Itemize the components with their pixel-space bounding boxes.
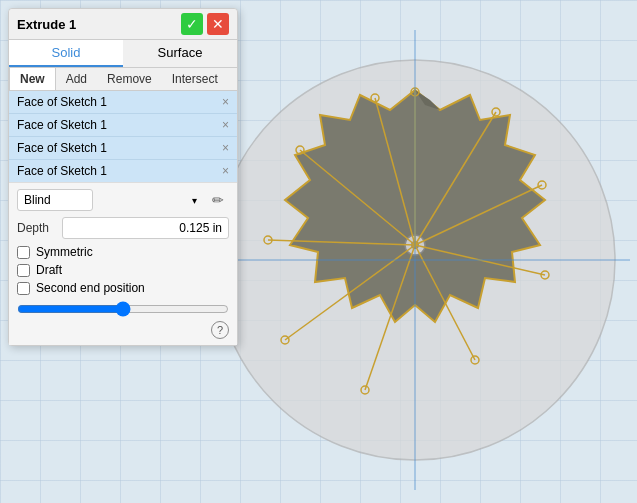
blind-select-wrapper: Blind Symmetric Through All Up to Face [17, 189, 203, 211]
face-list: Face of Sketch 1 × Face of Sketch 1 × Fa… [9, 91, 237, 183]
face-label-2: Face of Sketch 1 [17, 141, 107, 155]
draft-label: Draft [36, 263, 62, 277]
edit-icon[interactable]: ✏ [207, 189, 229, 211]
slider-input[interactable] [17, 301, 229, 317]
face-item-1[interactable]: Face of Sketch 1 × [9, 114, 237, 137]
confirm-button[interactable]: ✓ [181, 13, 203, 35]
tab-intersect[interactable]: Intersect [162, 68, 228, 90]
face-remove-1[interactable]: × [222, 119, 229, 131]
cancel-button[interactable]: ✕ [207, 13, 229, 35]
tab-new[interactable]: New [9, 68, 56, 90]
symmetric-row: Symmetric [17, 245, 229, 259]
symmetric-checkbox[interactable] [17, 246, 30, 259]
tab-add[interactable]: Add [56, 68, 97, 90]
depth-row: Depth [17, 217, 229, 239]
face-label-1: Face of Sketch 1 [17, 118, 107, 132]
face-label-3: Face of Sketch 1 [17, 164, 107, 178]
draft-row: Draft [17, 263, 229, 277]
draft-checkbox[interactable] [17, 264, 30, 277]
help-icon[interactable]: ? [211, 321, 229, 339]
help-row: ? [17, 321, 229, 339]
depth-input[interactable] [62, 217, 229, 239]
face-item-0[interactable]: Face of Sketch 1 × [9, 91, 237, 114]
options-section: Blind Symmetric Through All Up to Face ✏… [9, 183, 237, 345]
depth-label: Depth [17, 221, 62, 235]
second-end-checkbox[interactable] [17, 282, 30, 295]
extrude-panel: Extrude 1 ✓ ✕ Solid Surface New Add Remo… [8, 8, 238, 346]
title-bar: Extrude 1 ✓ ✕ [9, 9, 237, 40]
second-end-label: Second end position [36, 281, 145, 295]
face-remove-2[interactable]: × [222, 142, 229, 154]
panel-title: Extrude 1 [17, 17, 76, 32]
op-tabs: New Add Remove Intersect [9, 68, 237, 91]
tab-surface[interactable]: Surface [123, 40, 237, 67]
blind-row: Blind Symmetric Through All Up to Face ✏ [17, 189, 229, 211]
blind-select[interactable]: Blind Symmetric Through All Up to Face [17, 189, 93, 211]
slider-row [17, 301, 229, 317]
second-end-row: Second end position [17, 281, 229, 295]
face-remove-3[interactable]: × [222, 165, 229, 177]
face-item-3[interactable]: Face of Sketch 1 × [9, 160, 237, 182]
type-tabs: Solid Surface [9, 40, 237, 68]
face-remove-0[interactable]: × [222, 96, 229, 108]
gear-visualization [200, 30, 630, 490]
face-label-0: Face of Sketch 1 [17, 95, 107, 109]
tab-remove[interactable]: Remove [97, 68, 162, 90]
symmetric-label: Symmetric [36, 245, 93, 259]
title-actions: ✓ ✕ [181, 13, 229, 35]
face-item-2[interactable]: Face of Sketch 1 × [9, 137, 237, 160]
tab-solid[interactable]: Solid [9, 40, 123, 67]
